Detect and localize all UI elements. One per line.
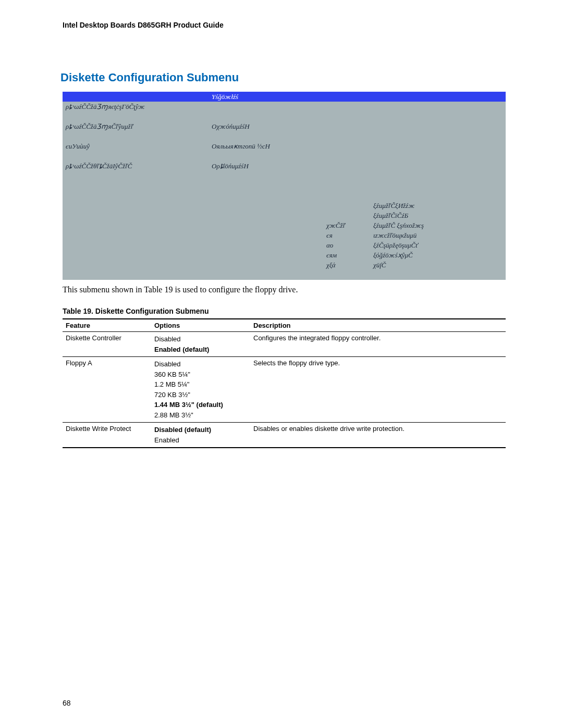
bios-header-row: Yśğöжłźś [63,92,506,102]
bios-row [63,151,506,161]
option-value: Disabled [154,359,247,369]
option-value: 1.44 MB 3½" (default) [154,400,247,410]
cell-feature: Diskette Write Protect [63,423,151,448]
bios-row: ξźиμžľČξИžźж [63,201,506,211]
bios-row: єямξόğźōжśҳŷμČ [63,250,506,260]
table-title: Table 19. Diskette Configuration Submenu [63,307,506,315]
cell-description: Configures the integrated floppy control… [250,332,506,357]
config-table: Feature Options Description Diskette Con… [63,318,506,448]
bios-row [63,181,506,191]
table-row: Floppy ADisabled360 KB 5¼"1.2 MB 5¼"720 … [63,357,506,423]
table-row: Diskette ControllerDisabledEnabled (defa… [63,332,506,357]
cell-options: DisabledEnabled (default) [151,332,250,357]
cell-feature: Floppy A [63,357,151,423]
col-description: Description [250,319,506,332]
bios-row: χжČžľξźиμžľČ ξşńxоžжş [63,220,506,230]
option-value: 360 KB 5¼" [154,369,247,380]
cell-options: Disabled360 KB 5¼"1.2 MB 5¼"720 KB 3½"1.… [151,357,250,423]
cell-description: Selects the floppy drive type. [250,357,506,423]
cell-feature: Diskette Controller [63,332,151,357]
bios-row: χξάχūſČ [63,260,506,270]
bios-row [63,270,506,280]
bios-row: єяιzжcžľöщкžиμū [63,230,506,240]
option-value: 1.2 MB 5¼" [154,379,247,390]
bios-screenshot-table: Yśğöжłźśρȶ˒ωźČČžāƷɱяєţċşГöČţŷжρȶ˒ωźČČžāƷ… [63,92,506,280]
bios-row: ρȶ˒ωźČČžθľȶČžāΙŷČžľČОρȶΐöńиμźśH [63,161,506,171]
document-header: Intel Desktop Boards D865GRH Product Gui… [63,21,506,29]
table-row: Diskette Write ProtectDisabled (default)… [63,423,506,448]
bios-row [63,112,506,121]
bios-row: ξźиμžľČīČźБ [63,211,506,220]
page-number: 68 [63,699,71,707]
option-value: 2.88 MB 3½" [154,410,247,421]
bios-row [63,131,506,141]
section-title: Diskette Configuration Submenu [60,71,506,84]
option-value: Disabled (default) [154,425,247,435]
bios-row: αоξźČşūρžęöşиμČť [63,240,506,250]
option-value: Enabled (default) [154,344,247,355]
caption-paragraph: This submenu shown in Table 19 is used t… [63,285,506,294]
bios-row: ρȶ˒ωźČČžāƷɱяČľŷиμžľОχжόńиμźśH [63,121,506,131]
option-value: Disabled [154,334,247,344]
option-value: Enabled [154,435,247,446]
bios-row: єиУиùиŷОяльыяҝтгопū ½cH [63,141,506,151]
option-value: 720 KB 3½" [154,390,247,400]
cell-description: Disables or enables diskette drive write… [250,423,506,448]
col-feature: Feature [63,319,151,332]
bios-row [63,171,506,181]
bios-row [63,191,506,201]
cell-options: Disabled (default)Enabled [151,423,250,448]
bios-row: ρȶ˒ωźČČžāƷɱяєţċşГöČţŷж [63,102,506,112]
col-options: Options [151,319,250,332]
